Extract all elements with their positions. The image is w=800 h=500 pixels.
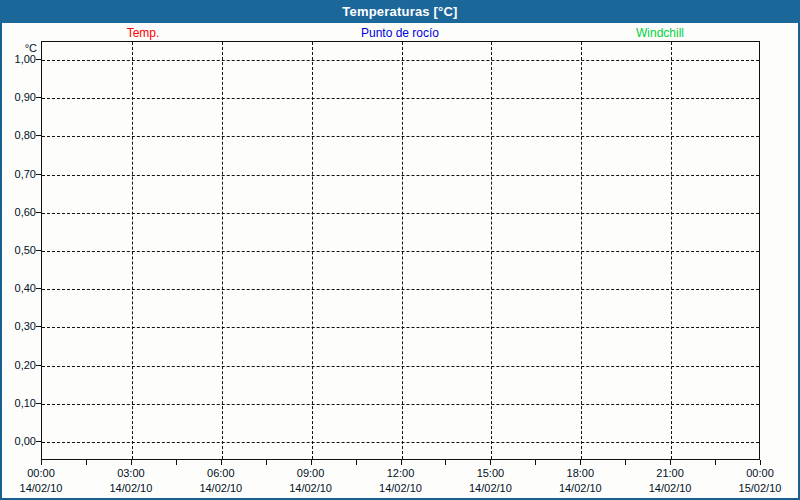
- y-grid-line: [42, 327, 759, 328]
- y-grid-line: [42, 442, 759, 443]
- y-tick-label: 0,50: [0, 243, 36, 257]
- y-tick-label: 0,10: [0, 396, 36, 410]
- x-tick-date-label: 14/02/10: [630, 482, 710, 495]
- x-axis-major-tick: [311, 460, 312, 465]
- y-grid-line: [42, 60, 759, 61]
- x-grid-line: [581, 42, 582, 459]
- chart-window: Temperaturas [°C] Temp. Punto de rocío W…: [0, 0, 800, 500]
- legend-item-windchill: Windchill: [636, 26, 684, 41]
- x-axis-minor-tick: [625, 460, 626, 465]
- x-tick-time-label: 12:00: [361, 467, 441, 480]
- x-tick-date-label: 14/02/10: [540, 482, 620, 495]
- y-axis-tick: [36, 403, 41, 404]
- y-axis-tick: [36, 97, 41, 98]
- x-axis-minor-tick: [356, 460, 357, 465]
- x-axis-major-tick: [760, 460, 761, 465]
- x-tick-time-label: 03:00: [91, 467, 171, 480]
- x-tick-time-label: 09:00: [271, 467, 351, 480]
- y-grid-line: [42, 175, 759, 176]
- x-axis-major-tick: [670, 460, 671, 465]
- y-axis-tick: [36, 365, 41, 366]
- x-axis-minor-tick: [86, 460, 87, 465]
- legend-item-dew-point: Punto de rocío: [361, 26, 439, 41]
- x-axis-major-tick: [221, 460, 222, 465]
- x-axis-major-tick: [41, 460, 42, 465]
- x-tick-date-label: 14/02/10: [91, 482, 171, 495]
- y-axis-tick: [36, 59, 41, 60]
- y-grid-line: [42, 98, 759, 99]
- y-tick-label: 0,30: [0, 319, 36, 333]
- x-axis-major-tick: [490, 460, 491, 465]
- legend-item-temp: Temp.: [127, 26, 160, 41]
- x-grid-line: [312, 42, 313, 459]
- y-tick-label: 0,90: [0, 90, 36, 104]
- x-tick-time-label: 21:00: [630, 467, 710, 480]
- y-grid-line: [42, 289, 759, 290]
- y-tick-label: 0,60: [0, 205, 36, 219]
- y-axis-tick: [36, 135, 41, 136]
- y-tick-label: 1,00: [0, 52, 36, 66]
- title-bar: Temperaturas [°C]: [0, 0, 800, 23]
- x-axis-minor-tick: [266, 460, 267, 465]
- x-tick-time-label: 00:00: [720, 467, 800, 480]
- y-grid-line: [42, 251, 759, 252]
- y-grid-line: [42, 213, 759, 214]
- x-axis-minor-tick: [176, 460, 177, 465]
- x-axis-minor-tick: [445, 460, 446, 465]
- x-grid-line: [402, 42, 403, 459]
- y-axis-tick: [36, 250, 41, 251]
- y-axis-tick: [36, 326, 41, 327]
- y-grid-line: [42, 404, 759, 405]
- x-tick-date-label: 14/02/10: [181, 482, 261, 495]
- x-tick-time-label: 00:00: [1, 467, 81, 480]
- x-tick-date-label: 15/02/10: [720, 482, 800, 495]
- x-tick-date-label: 14/02/10: [271, 482, 351, 495]
- y-grid-line: [42, 136, 759, 137]
- plot-area: [41, 41, 760, 460]
- x-tick-date-label: 14/02/10: [361, 482, 441, 495]
- y-tick-label: 0,20: [0, 358, 36, 372]
- y-axis-tick: [36, 212, 41, 213]
- y-tick-label: 0,80: [0, 128, 36, 142]
- x-axis-minor-tick: [535, 460, 536, 465]
- x-grid-line: [671, 42, 672, 459]
- x-axis-minor-tick: [715, 460, 716, 465]
- chart-title: Temperaturas [°C]: [342, 4, 457, 19]
- y-grid-line: [42, 366, 759, 367]
- y-axis-tick: [36, 441, 41, 442]
- x-tick-time-label: 18:00: [540, 467, 620, 480]
- x-axis-major-tick: [131, 460, 132, 465]
- x-tick-time-label: 06:00: [181, 467, 261, 480]
- x-grid-line: [132, 42, 133, 459]
- y-tick-label: 0,40: [0, 281, 36, 295]
- y-axis-tick: [36, 174, 41, 175]
- y-tick-label: 0,00: [0, 434, 36, 448]
- x-grid-line: [491, 42, 492, 459]
- x-tick-date-label: 14/02/10: [1, 482, 81, 495]
- y-tick-label: 0,70: [0, 167, 36, 181]
- x-tick-date-label: 14/02/10: [450, 482, 530, 495]
- x-axis-major-tick: [401, 460, 402, 465]
- y-axis-tick: [36, 288, 41, 289]
- x-grid-line: [222, 42, 223, 459]
- x-tick-time-label: 15:00: [450, 467, 530, 480]
- x-axis-major-tick: [580, 460, 581, 465]
